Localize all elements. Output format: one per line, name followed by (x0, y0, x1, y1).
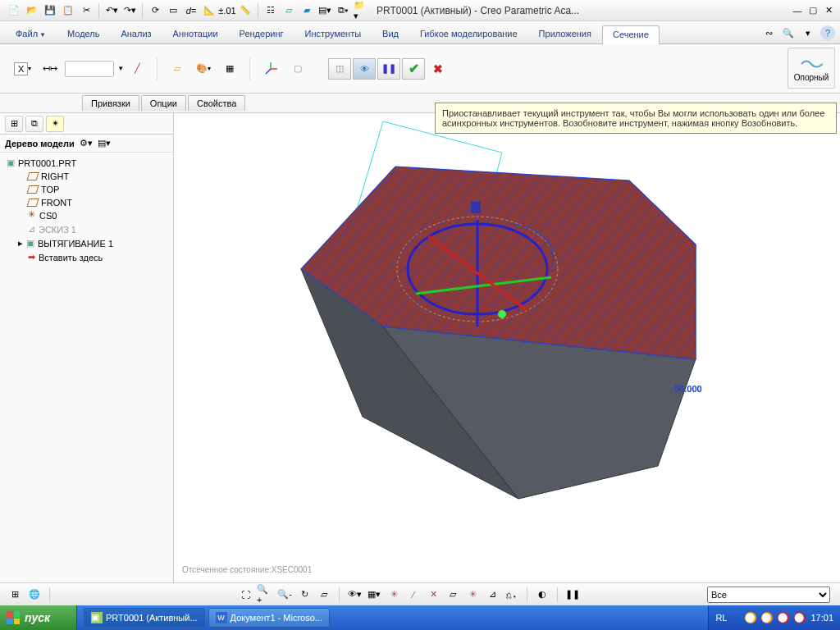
tray-icon-4[interactable]: ⬤ (794, 612, 806, 623)
copy-icon[interactable]: 📋 (60, 2, 76, 19)
help-icon[interactable]: ? (820, 25, 835, 40)
plane2-icon[interactable]: ▰ (299, 2, 315, 19)
misc1-icon[interactable]: ✳︎ (463, 587, 482, 603)
distance-button[interactable]: ↤↦ (39, 57, 62, 80)
menu-view[interactable]: Вид (372, 25, 409, 43)
dist-input[interactable] (65, 61, 114, 77)
expand-icon[interactable]: ▸ (18, 238, 23, 249)
tree-item-extrude[interactable]: ▸▣ВЫТЯГИВАНИЕ 1 (5, 236, 168, 250)
menu-rendering[interactable]: Рендеринг (229, 25, 294, 43)
tray-icon-1[interactable]: ⬤ (745, 612, 756, 623)
tree-item-front[interactable]: FRONT (5, 196, 168, 209)
rewind-icon[interactable]: ∾ (761, 25, 776, 40)
menu-annotations[interactable]: Аннотации (162, 25, 229, 43)
tol-icon[interactable]: ±.01 (219, 2, 235, 19)
menu-tools[interactable]: Инструменты (294, 25, 372, 43)
lang-indicator[interactable]: RL (715, 613, 727, 623)
annot-icon[interactable]: ⎌▾ (503, 587, 521, 603)
tree-mode1-button[interactable]: ⊞ (5, 116, 23, 132)
tree-mode2-button[interactable]: ⧉ (25, 116, 43, 132)
tree-item-cs0[interactable]: CS0 (5, 209, 168, 222)
plane-yellow-button[interactable]: ▱ (166, 57, 189, 80)
axis-toggle-icon[interactable]: ⁄ (404, 587, 422, 603)
pause-button[interactable]: ❚❚ (377, 58, 400, 80)
shade-icon[interactable]: ▱ (315, 587, 333, 603)
folder-icon[interactable]: 📁▾ (353, 2, 369, 19)
paint-button[interactable]: 🎨▾ (192, 57, 215, 80)
regen-icon[interactable]: ⟳ (147, 2, 163, 19)
tree-filter-icon[interactable]: ▤▾ (98, 138, 111, 148)
dropdown-icon[interactable]: ▾ (801, 25, 815, 40)
menu-apps[interactable]: Приложения (528, 25, 602, 43)
plane-toggle-icon[interactable]: ▱ (444, 587, 462, 603)
search-icon[interactable]: 🔍 (781, 25, 796, 40)
reference-panel[interactable]: Опорный (788, 48, 835, 89)
subtab-properties[interactable]: Свойства (188, 95, 245, 111)
menu-model[interactable]: Модель (57, 25, 110, 43)
tree-item-right[interactable]: RIGHT (5, 170, 168, 183)
box-icon[interactable]: ▭ (165, 2, 181, 19)
box3d-button[interactable]: ▢ (286, 57, 309, 80)
selection-filter[interactable]: Все (707, 587, 830, 603)
word-icon: W (216, 612, 227, 623)
save-icon[interactable]: 💾 (42, 2, 58, 19)
start-button[interactable]: пуск (0, 605, 77, 630)
tree-item-insert[interactable]: ➡Вставить здесь (5, 250, 168, 264)
flip-button[interactable]: ╱ (126, 57, 148, 80)
tree-settings-icon[interactable]: ⚙▾ (80, 138, 93, 148)
eye-button[interactable]: 👁 (353, 58, 376, 80)
subtab-bindings[interactable]: Привязки (82, 95, 139, 111)
accept-button[interactable]: ✔ (402, 58, 425, 80)
zoom-out-icon[interactable]: 🔍- (276, 587, 294, 603)
csys-button[interactable] (258, 57, 283, 80)
tray-icon-2[interactable]: ⬤ (761, 612, 773, 623)
dim-icon[interactable]: 📏 (237, 2, 253, 19)
model-tree: ▣PRT0001.PRT RIGHT TOP FRONT CS0 ⊿ЭСКИЗ … (0, 153, 173, 267)
zoom-in-icon[interactable]: 🔍+ (256, 587, 274, 603)
minimize-icon[interactable]: — (791, 4, 804, 17)
misc2-icon[interactable]: ⊿ (483, 587, 501, 603)
csys-toggle-icon[interactable]: ✳ (385, 587, 403, 603)
close-icon[interactable]: ✕ (822, 4, 835, 17)
undo-dropdown[interactable]: ↶▾ (103, 2, 120, 19)
tree-item-top[interactable]: TOP (5, 183, 168, 196)
open-icon[interactable]: 📂 (24, 2, 40, 19)
saved-view-icon[interactable]: 👁▾ (345, 587, 363, 603)
menu-analysis[interactable]: Анализ (110, 25, 162, 43)
taskbar-item-word[interactable]: W Документ1 - Microso... (208, 608, 330, 628)
dimension-label[interactable]: 50.000 (674, 384, 702, 394)
grid-button[interactable]: ▦ (218, 57, 241, 80)
repaint-icon[interactable]: ↻ (295, 587, 313, 603)
layer-icon[interactable]: ☷ (262, 2, 279, 19)
cut-icon[interactable]: ✂ (78, 2, 94, 19)
tree-root[interactable]: ▣PRT0001.PRT (5, 156, 168, 170)
plane1-icon[interactable]: ▱ (281, 2, 297, 19)
datum-icon[interactable]: d= (183, 2, 199, 19)
browser-icon[interactable]: 🌐 (25, 587, 43, 603)
refit-icon[interactable]: ⛶ (236, 587, 254, 603)
new-icon[interactable]: 📄 (6, 2, 22, 19)
style1-icon[interactable]: ▦▾ (365, 587, 383, 603)
sheet-icon[interactable]: ▤▾ (317, 2, 333, 19)
stack-icon[interactable]: ⧉▾ (335, 2, 351, 19)
menu-file[interactable]: Файл▼ (5, 25, 57, 43)
taskbar-item-creo[interactable]: ▣ PRT0001 (Активный... (84, 608, 205, 628)
menu-flexible[interactable]: Гибкое моделирование (409, 25, 528, 43)
play-model-button[interactable]: ◫ (328, 58, 351, 80)
point-toggle-icon[interactable]: ✕ (424, 587, 442, 603)
tree-item-sketch[interactable]: ⊿ЭСКИЗ 1 (5, 222, 168, 236)
redo-dropdown[interactable]: ↷▾ (121, 2, 138, 19)
tree-mode3-button[interactable]: ✴ (46, 116, 64, 132)
3d-viewport[interactable]: 50.000 Отсеченное состояние:XSEC0001 (174, 113, 840, 582)
restore-icon[interactable]: ▢ (806, 4, 819, 17)
cancel-button[interactable]: ✖ (427, 58, 450, 80)
menu-section[interactable]: Сечение (602, 25, 660, 44)
axis-x-button[interactable]: X▾ (10, 57, 35, 80)
pause-small-icon[interactable]: ❚❚ (564, 587, 582, 603)
subtab-options[interactable]: Опции (141, 95, 186, 111)
clock[interactable]: 17:01 (810, 613, 833, 623)
tray-icon-3[interactable]: ⬤ (778, 612, 789, 623)
tree-toggle-icon[interactable]: ⊞ (6, 587, 24, 603)
note-icon[interactable]: 📐 (201, 2, 217, 19)
render-icon[interactable]: ◐ (533, 587, 551, 603)
